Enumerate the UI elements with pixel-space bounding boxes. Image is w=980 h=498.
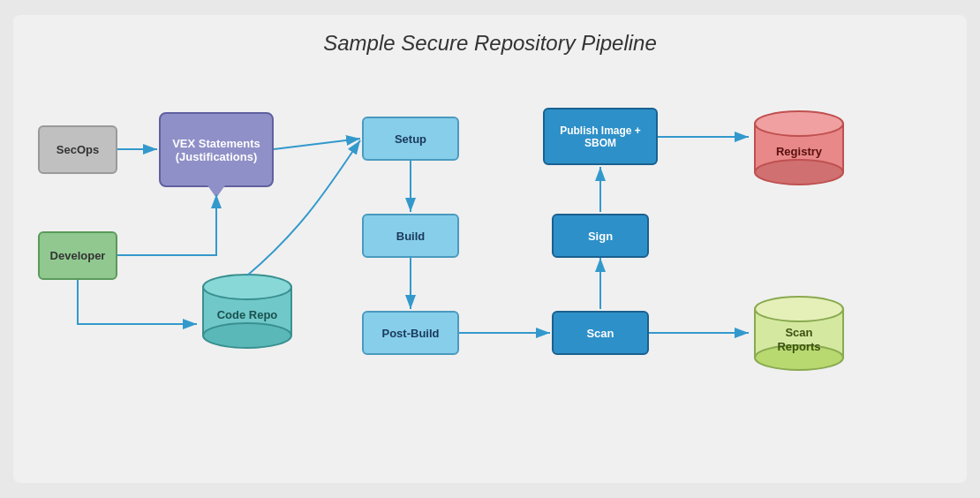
node-postbuild: Post-Build	[362, 311, 459, 355]
node-scanreports: Scan Reports	[750, 293, 848, 373]
node-secops: SecOps	[38, 125, 117, 174]
svg-point-5	[755, 111, 843, 136]
node-sign: Sign	[552, 214, 649, 258]
diagram-title: Sample Secure Repository Pipeline	[13, 15, 967, 64]
svg-point-6	[755, 160, 843, 185]
svg-text:Reports: Reports	[777, 340, 820, 353]
svg-line-16	[274, 139, 360, 149]
node-coderepo: Code Repo	[199, 271, 296, 351]
diagram-container: Sample Secure Repository Pipeline SecOps…	[13, 15, 967, 483]
svg-point-2	[203, 323, 291, 348]
node-setup: Setup	[362, 117, 459, 161]
svg-text:Registry: Registry	[776, 145, 823, 158]
node-developer: Developer	[38, 231, 117, 280]
node-build: Build	[362, 214, 459, 258]
svg-point-9	[755, 297, 843, 321]
node-vex: VEX Statements (Justifications)	[159, 112, 274, 187]
node-scan: Scan	[552, 311, 649, 355]
svg-point-1	[203, 275, 291, 299]
node-publish: Publish Image + SBOM	[543, 108, 658, 165]
svg-text:Code Repo: Code Repo	[217, 308, 278, 321]
diagram-area: SecOps Developer VEX Statements (Justifi…	[13, 68, 967, 483]
node-registry: Registry	[750, 108, 848, 187]
svg-text:Scan: Scan	[785, 326, 812, 339]
